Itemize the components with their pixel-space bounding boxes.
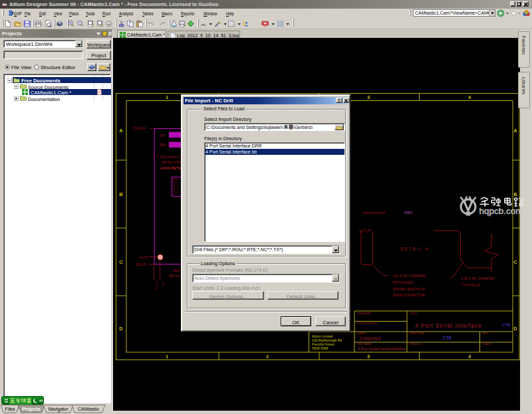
svg-text:REV: REV [482, 332, 488, 335]
svg-text:CTB: CTB [502, 323, 510, 327]
svg-text:PRINT SIZE: PRINT SIZE [410, 332, 424, 335]
svg-text:TITLE: TITLE [410, 312, 417, 315]
svg-text:Projects: Projects [22, 406, 41, 411]
svg-text:TYP 4 PLCS: TYP 4 PLCS [462, 283, 481, 287]
svg-text:DWG NO: DWG NO [410, 342, 421, 346]
svg-text:4G-1: 4G-1 [173, 188, 178, 191]
svg-text:92-3: 92-3 [173, 185, 178, 187]
svg-text:Files: Files [5, 406, 15, 411]
svg-text:SCALE: SCALE [482, 342, 491, 346]
svg-text:NSW 2086: NSW 2086 [312, 346, 328, 350]
svg-text:REV: REV [160, 143, 167, 147]
svg-text:Smar: Smar [173, 178, 179, 181]
svg-text:PCB DESIGNER: PCB DESIGNER [357, 322, 377, 325]
svg-text:DATED: DATED [357, 332, 366, 335]
svg-text:.DBO: .DBO [403, 211, 413, 215]
svg-text:2: 2 [266, 354, 269, 360]
svg-text:ENTIRE LENGTH OF: ENTIRE LENGTH OF [393, 287, 425, 291]
svg-text:3: 3 [367, 354, 370, 360]
svg-text:D: D [119, 326, 123, 332]
svg-text:BOTH SIDES: BOTH SIDES [393, 280, 414, 284]
svg-text:FILE NAME: FILE NAME [357, 342, 371, 346]
svg-text:.CTB: .CTB [442, 336, 452, 340]
svg-text:2Eb.00: 2Eb.00 [136, 262, 146, 266]
svg-text:ISA Bus 4-Port: ISA Bus 4-Port [161, 160, 183, 164]
svg-text:A NON RETW: A NON RETW [160, 166, 182, 170]
svg-text:EDGE CONNECTOR: EDGE CONNECTOR [393, 293, 425, 297]
svg-text:1: 1 [166, 94, 168, 100]
svg-text:ENGINEER: ENGINEER [357, 312, 371, 315]
svg-text:3: 3 [367, 94, 370, 100]
svg-text:0.05 X 45° CHAMFER: 0.05 X 45° CHAMFER [462, 276, 495, 280]
svg-text:4 Port Serial Interface: 4 Port Serial Interface [415, 322, 482, 329]
svg-text:hqpcb.com: hqpcb.com [479, 206, 523, 216]
svg-text:B: B [119, 191, 123, 197]
svg-text:CAMtastic: CAMtastic [78, 406, 99, 411]
svg-text:C: C [119, 259, 123, 265]
svg-text:© 2002 Altium Ltd: © 2002 Altium Ltd [156, 155, 183, 159]
svg-text:.020 X 45° CHAMFER: .020 X 45° CHAMFER [392, 274, 426, 278]
svg-text:S/N: S/N [160, 134, 166, 138]
svg-text:17/02/2003: 17/02/2003 [359, 336, 381, 341]
svg-text:1: 1 [166, 354, 168, 360]
svg-text:DL00: DL00 [140, 255, 148, 259]
svg-text:SEE: SEE [173, 268, 180, 272]
svg-text:A: A [513, 128, 517, 134]
svg-text:DETAIL: DETAIL [169, 274, 180, 278]
svg-text:2.00-00: 2.00-00 [155, 281, 158, 290]
svg-text:D: D [513, 326, 517, 332]
svg-text:92-1: 92-1 [173, 181, 178, 184]
svg-text:4 Port Serial InterfacePcbDoc: 4 Port Serial InterfacePcbDoc [358, 347, 406, 351]
svg-text:A: A [119, 128, 123, 134]
svg-text:92-4: 92-4 [173, 191, 178, 194]
svg-text:Mechanical4: Mechanical4 [363, 211, 386, 215]
svg-text:3700u00: 3700u00 [132, 126, 146, 130]
svg-text:2.00: 2.00 [162, 281, 165, 287]
svg-text:C: C [513, 259, 517, 265]
svg-text:Navigator: Navigator [49, 406, 69, 411]
svg-text:DETAIL A: DETAIL A [400, 247, 430, 251]
